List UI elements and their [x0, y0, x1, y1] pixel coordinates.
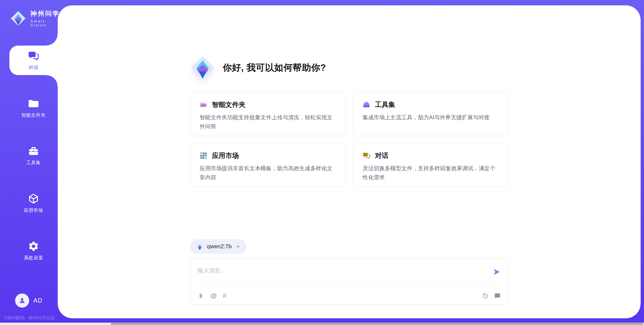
folder-icon: [28, 98, 39, 109]
chat-bubbles-icon: [363, 152, 370, 159]
sidebar-item-settings[interactable]: 系统设置: [9, 236, 58, 265]
sidebar-item-label: 智能文件夹: [21, 112, 46, 118]
sidebar-item-app-market[interactable]: 应用市场: [9, 188, 58, 218]
composer: qwen2:7b @ #: [190, 239, 508, 305]
folder-open-icon: [200, 101, 207, 109]
composer-toolbar: @ #: [198, 287, 501, 305]
hash-icon[interactable]: #: [223, 292, 226, 299]
gear-icon: [28, 241, 39, 252]
card-title: 智能文件夹: [212, 100, 246, 109]
user-profile[interactable]: AD: [0, 294, 58, 308]
user-initials: AD: [33, 297, 42, 304]
brand-gem-icon: [10, 10, 26, 27]
sidebar-item-label: 系统设置: [24, 255, 43, 261]
chevron-down-icon: [236, 244, 240, 249]
briefcase-icon: [363, 101, 370, 109]
brand-subtitle: Smart Vision: [30, 19, 61, 27]
card-description: 智能文件夹功能支持批量文件上传与清洗，轻松实现文件问答: [200, 113, 335, 131]
sidebar-item-smart-folder[interactable]: 智能文件夹: [9, 93, 58, 123]
cube-icon: [28, 193, 39, 204]
feature-cards: 智能文件夹 智能文件夹功能支持批量文件上传与清洗，轻松实现文件问答 工具集 集成…: [190, 92, 508, 187]
briefcase-icon: [28, 145, 39, 157]
avatar: [15, 294, 29, 308]
at-icon[interactable]: @: [210, 292, 217, 299]
greeting-text: 你好, 我可以如何帮助你?: [223, 62, 326, 74]
card-app-market[interactable]: 应用市场 应用市场提供丰富长文本模板，助力高效生成多样化文章内容: [190, 143, 345, 187]
model-gem-icon: [196, 243, 204, 251]
sidebar-item-label: 应用市场: [24, 207, 43, 213]
message-icon[interactable]: [494, 292, 501, 299]
card-description: 集成市场上主流工具，助力AI与外界无缝扩展与对接: [363, 113, 498, 122]
card-chat[interactable]: 对话 灵活切换多模型文件，支持多样回复效果调试，满足个性化需求: [353, 143, 508, 187]
card-title: 对话: [375, 151, 388, 160]
brand: 神州问学 Smart Vision: [10, 9, 61, 27]
message-input[interactable]: [198, 267, 492, 275]
sidebar-item-toolkit[interactable]: 工具集: [9, 141, 58, 170]
main-panel: 你好, 我可以如何帮助你? 智能文件夹 智能文件夹功能支持批量文件上传与清洗，轻…: [58, 5, 641, 318]
sidebar-item-label: 工具集: [26, 160, 41, 166]
assistant-gem-icon: [190, 55, 215, 80]
sidebar: 神州问学 Smart Vision 对话 智能文件夹 工具集 应用市场: [0, 0, 58, 325]
sidebar-item-label: 对话: [29, 65, 39, 71]
model-name: qwen2:7b: [207, 243, 232, 250]
paperclip-icon[interactable]: [198, 292, 204, 299]
card-smart-folder[interactable]: 智能文件夹 智能文件夹功能支持批量文件上传与清洗，轻松实现文件问答: [190, 92, 345, 136]
copyright-footer: ©神州数码 · 神州问学出品: [4, 315, 58, 321]
greeting-block: 你好, 我可以如何帮助你?: [190, 55, 508, 80]
brand-name: 神州问学: [30, 9, 61, 18]
card-description: 灵活切换多模型文件，支持多样回复效果调试，满足个性化需求: [363, 164, 498, 182]
person-icon: [18, 297, 26, 305]
app-window: 神州问学 Smart Vision 对话 智能文件夹 工具集 应用市场: [0, 0, 644, 325]
history-icon[interactable]: [482, 292, 489, 299]
card-title: 工具集: [375, 100, 395, 109]
horizontal-scrollbar[interactable]: [0, 323, 644, 325]
main-content: 你好, 我可以如何帮助你? 智能文件夹 智能文件夹功能支持批量文件上传与清洗，轻…: [190, 5, 508, 318]
sidebar-nav: 对话 智能文件夹 工具集 应用市场 系统设置: [0, 46, 58, 265]
message-input-box: @ #: [190, 258, 508, 305]
model-selector[interactable]: qwen2:7b: [190, 239, 247, 254]
send-icon[interactable]: [492, 268, 501, 276]
grid-icon: [200, 152, 207, 159]
card-description: 应用市场提供丰富长文本模板，助力高效生成多样化文章内容: [200, 164, 335, 182]
card-toolkit[interactable]: 工具集 集成市场上主流工具，助力AI与外界无缝扩展与对接: [353, 92, 508, 136]
sidebar-item-chat[interactable]: 对话: [9, 46, 58, 75]
card-title: 应用市场: [212, 151, 239, 160]
scrollbar-thumb[interactable]: [111, 323, 643, 325]
chat-bubbles-icon: [28, 50, 39, 62]
